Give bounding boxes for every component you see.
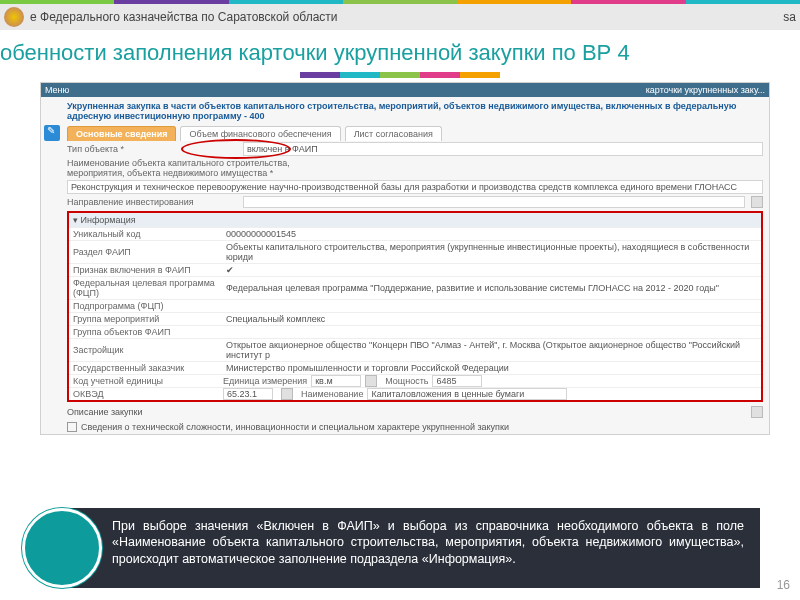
checkbox-complexity[interactable]	[67, 422, 77, 432]
emblem-icon	[4, 7, 24, 27]
lookup-icon[interactable]	[751, 196, 763, 208]
highlight-oval	[181, 139, 291, 159]
info-header[interactable]: ▾ Информация	[69, 213, 761, 227]
menu-label[interactable]: Меню	[45, 85, 69, 95]
tab-volume[interactable]: Объем финансового обеспечения	[180, 126, 340, 141]
callout-text: При выборе значения «Включен в ФАИП» и в…	[62, 508, 760, 588]
tab-approval[interactable]: Лист согласования	[345, 126, 442, 141]
slide-title: обенности заполнения карточки укрупненно…	[0, 30, 800, 66]
lbl-direction: Направление инвестирования	[67, 197, 237, 207]
callout: При выборе значения «Включен в ФАИП» и в…	[22, 508, 760, 588]
val-direction[interactable]	[243, 196, 745, 208]
lbl-description: Описание закупки	[67, 407, 142, 417]
accent-row	[0, 72, 800, 78]
lookup-icon[interactable]	[281, 388, 293, 400]
lbl-name: Наименование объекта капитального строит…	[67, 158, 347, 178]
val-name[interactable]: Реконструкция и техническое перевооружен…	[67, 180, 763, 194]
callout-circle-icon	[22, 508, 102, 588]
top-stripe	[0, 0, 800, 4]
page-number: 16	[777, 578, 790, 592]
header-bar: е Федерального казначейства по Саратовск…	[0, 4, 800, 30]
header-right: sa	[783, 10, 796, 24]
info-box: ▾ Информация Уникальный код0000000000154…	[67, 211, 763, 402]
note-icon[interactable]	[44, 125, 60, 141]
org-name: е Федерального казначейства по Саратовск…	[30, 10, 338, 24]
edit-icon[interactable]	[751, 406, 763, 418]
tabs: Основные сведения Объем финансового обес…	[41, 124, 769, 141]
lookup-icon[interactable]	[365, 375, 377, 387]
embedded-screenshot: Меню карточки укрупненных заку... Укрупн…	[40, 82, 770, 435]
section-title: Укрупненная закупка в части объектов кап…	[41, 97, 769, 124]
breadcrumb-tab[interactable]: карточки укрупненных заку...	[646, 85, 765, 95]
lbl-complexity: Сведения о технической сложности, иннова…	[81, 422, 509, 432]
val-type[interactable]: включен в ФАИП	[243, 142, 763, 156]
tab-main[interactable]: Основные сведения	[67, 126, 176, 141]
